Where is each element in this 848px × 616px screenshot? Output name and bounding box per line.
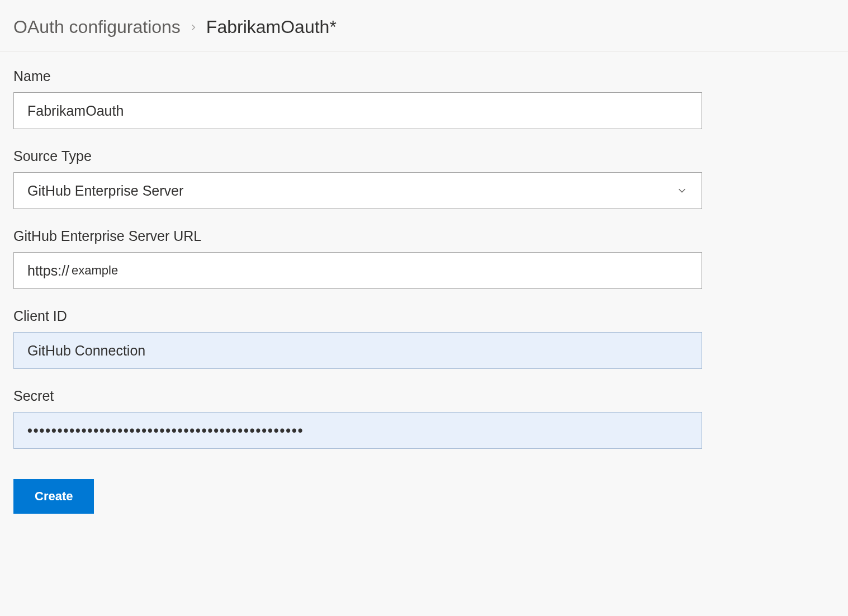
secret-label: Secret	[13, 388, 702, 404]
chevron-right-icon	[188, 22, 198, 32]
server-url-field-group: GitHub Enterprise Server URL https:// ex…	[13, 228, 702, 289]
name-field-group: Name FabrikamOauth	[13, 68, 702, 129]
client-id-field-group: Client ID GitHub Connection	[13, 308, 702, 369]
create-button[interactable]: Create	[13, 479, 94, 514]
server-url-input[interactable]: https:// example	[13, 252, 702, 289]
server-url-label: GitHub Enterprise Server URL	[13, 228, 702, 244]
client-id-label: Client ID	[13, 308, 702, 324]
client-id-input[interactable]: GitHub Connection	[13, 332, 702, 369]
secret-value: ••••••••••••••••••••••••••••••••••••••••…	[27, 423, 304, 439]
name-input[interactable]: FabrikamOauth	[13, 92, 702, 129]
secret-field-group: Secret •••••••••••••••••••••••••••••••••…	[13, 388, 702, 449]
name-input-value: FabrikamOauth	[27, 103, 124, 119]
source-type-value: GitHub Enterprise Server	[27, 183, 183, 199]
source-type-field-group: Source Type GitHub Enterprise Server	[13, 148, 702, 209]
oauth-config-form: Name FabrikamOauth Source Type GitHub En…	[0, 51, 716, 514]
name-label: Name	[13, 68, 702, 84]
breadcrumb-current: FabrikamOauth*	[206, 17, 337, 37]
source-type-label: Source Type	[13, 148, 702, 164]
client-id-value: GitHub Connection	[27, 343, 145, 359]
server-url-prefix: https://	[27, 263, 69, 279]
secret-input[interactable]: ••••••••••••••••••••••••••••••••••••••••…	[13, 412, 702, 449]
source-type-select[interactable]: GitHub Enterprise Server	[13, 172, 702, 209]
breadcrumb-parent[interactable]: OAuth configurations	[13, 17, 181, 37]
breadcrumb: OAuth configurations FabrikamOauth*	[0, 11, 848, 51]
server-url-rest: example	[72, 263, 118, 278]
chevron-down-icon	[676, 184, 688, 197]
